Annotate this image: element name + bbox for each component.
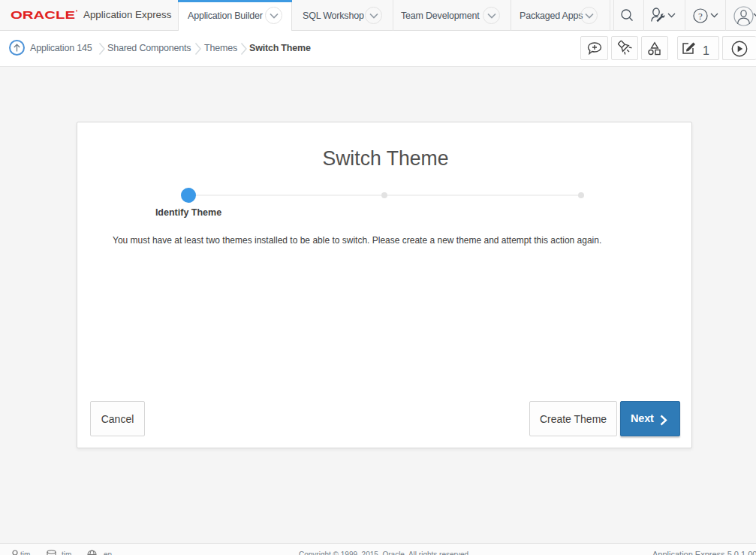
svg-text:ORACLE: ORACLE — [11, 9, 75, 21]
svg-text:?: ? — [698, 11, 703, 22]
